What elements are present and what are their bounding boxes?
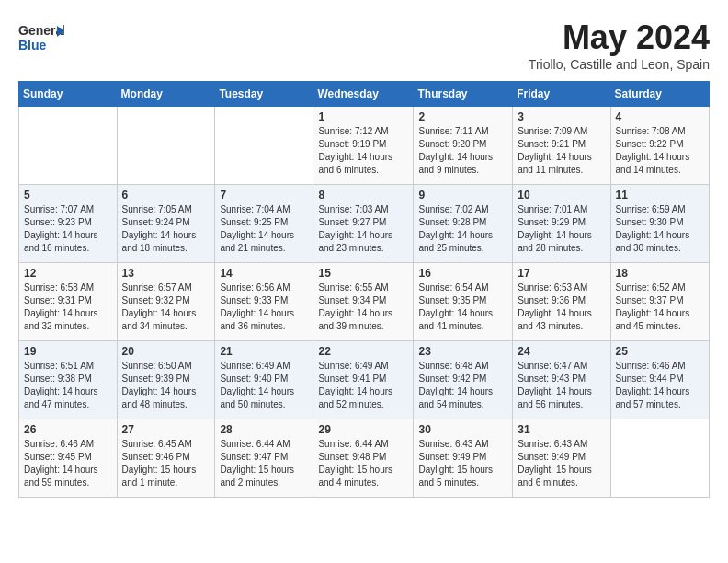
day-info: Sunrise: 6:46 AMSunset: 9:44 PMDaylight:… [616, 360, 704, 411]
day-of-week-header: Sunday [19, 82, 118, 107]
day-info: Sunrise: 6:45 AMSunset: 9:46 PMDaylight:… [122, 438, 210, 489]
day-info: Sunrise: 6:46 AMSunset: 9:45 PMDaylight:… [24, 438, 112, 489]
day-number: 16 [418, 267, 507, 280]
calendar-table: SundayMondayTuesdayWednesdayThursdayFrid… [18, 81, 710, 498]
day-info: Sunrise: 7:02 AMSunset: 9:28 PMDaylight:… [418, 203, 507, 255]
day-number: 30 [418, 423, 507, 436]
svg-text:Blue: Blue [18, 38, 47, 52]
day-info: Sunrise: 6:43 AMSunset: 9:49 PMDaylight:… [418, 438, 507, 489]
day-info: Sunrise: 6:56 AMSunset: 9:33 PMDaylight:… [220, 282, 308, 333]
calendar-cell: 25Sunrise: 6:46 AMSunset: 9:44 PMDayligh… [610, 341, 709, 419]
day-number: 14 [220, 267, 308, 280]
calendar-cell: 15Sunrise: 6:55 AMSunset: 9:34 PMDayligh… [313, 263, 414, 341]
day-number: 2 [418, 110, 507, 123]
calendar-week-row: 5Sunrise: 7:07 AMSunset: 9:23 PMDaylight… [19, 185, 710, 263]
day-number: 20 [122, 345, 210, 358]
day-number: 23 [418, 345, 507, 358]
calendar-cell: 30Sunrise: 6:43 AMSunset: 9:49 PMDayligh… [414, 419, 513, 498]
day-number: 11 [616, 189, 704, 201]
day-info: Sunrise: 7:01 AMSunset: 9:29 PMDaylight:… [518, 203, 605, 255]
calendar-cell: 14Sunrise: 6:56 AMSunset: 9:33 PMDayligh… [215, 263, 313, 341]
day-number: 28 [220, 423, 308, 436]
day-info: Sunrise: 7:09 AMSunset: 9:21 PMDaylight:… [518, 125, 605, 177]
day-info: Sunrise: 6:59 AMSunset: 9:30 PMDaylight:… [616, 203, 704, 255]
calendar-cell: 28Sunrise: 6:44 AMSunset: 9:47 PMDayligh… [215, 419, 313, 498]
day-number: 26 [24, 423, 112, 436]
calendar-cell: 4Sunrise: 7:08 AMSunset: 9:22 PMDaylight… [610, 107, 709, 185]
day-number: 27 [122, 423, 210, 436]
day-number: 18 [616, 267, 704, 280]
day-info: Sunrise: 7:08 AMSunset: 9:22 PMDaylight:… [616, 125, 704, 177]
day-info: Sunrise: 6:48 AMSunset: 9:42 PMDaylight:… [418, 360, 507, 411]
day-number: 15 [318, 267, 408, 280]
day-number: 5 [24, 189, 112, 201]
logo: General Blue [18, 18, 64, 59]
calendar-cell: 8Sunrise: 7:03 AMSunset: 9:27 PMDaylight… [313, 185, 414, 263]
calendar-cell: 12Sunrise: 6:58 AMSunset: 9:31 PMDayligh… [19, 263, 118, 341]
calendar-week-row: 1Sunrise: 7:12 AMSunset: 9:19 PMDaylight… [19, 107, 710, 185]
calendar-cell: 21Sunrise: 6:49 AMSunset: 9:40 PMDayligh… [215, 341, 313, 419]
day-info: Sunrise: 6:43 AMSunset: 9:49 PMDaylight:… [518, 438, 605, 489]
day-number: 29 [318, 423, 408, 436]
day-of-week-header: Monday [117, 82, 215, 107]
day-info: Sunrise: 7:03 AMSunset: 9:27 PMDaylight:… [318, 203, 408, 255]
day-info: Sunrise: 6:47 AMSunset: 9:43 PMDaylight:… [518, 360, 605, 411]
day-info: Sunrise: 7:04 AMSunset: 9:25 PMDaylight:… [220, 203, 308, 255]
day-of-week-header: Tuesday [215, 82, 313, 107]
calendar-cell: 29Sunrise: 6:44 AMSunset: 9:48 PMDayligh… [313, 419, 414, 498]
page-header: General Blue May 2024 Triollo, Castille … [18, 18, 710, 72]
calendar-cell: 22Sunrise: 6:49 AMSunset: 9:41 PMDayligh… [313, 341, 414, 419]
month-year-title: May 2024 [529, 18, 710, 57]
day-info: Sunrise: 6:44 AMSunset: 9:48 PMDaylight:… [318, 438, 408, 489]
day-number: 7 [220, 189, 308, 201]
day-number: 13 [122, 267, 210, 280]
day-info: Sunrise: 7:12 AMSunset: 9:19 PMDaylight:… [318, 125, 408, 177]
calendar-cell: 6Sunrise: 7:05 AMSunset: 9:24 PMDaylight… [117, 185, 215, 263]
calendar-week-row: 12Sunrise: 6:58 AMSunset: 9:31 PMDayligh… [19, 263, 710, 341]
calendar-week-row: 26Sunrise: 6:46 AMSunset: 9:45 PMDayligh… [19, 419, 710, 498]
day-number: 8 [318, 189, 408, 201]
calendar-cell: 19Sunrise: 6:51 AMSunset: 9:38 PMDayligh… [19, 341, 118, 419]
calendar-cell: 5Sunrise: 7:07 AMSunset: 9:23 PMDaylight… [19, 185, 118, 263]
calendar-cell: 3Sunrise: 7:09 AMSunset: 9:21 PMDaylight… [513, 107, 610, 185]
calendar-cell: 1Sunrise: 7:12 AMSunset: 9:19 PMDaylight… [313, 107, 414, 185]
title-area: May 2024 Triollo, Castille and Leon, Spa… [529, 18, 710, 72]
day-number: 9 [418, 189, 507, 201]
calendar-cell [117, 107, 215, 185]
calendar-cell [215, 107, 313, 185]
day-of-week-header: Saturday [610, 82, 709, 107]
calendar-cell: 24Sunrise: 6:47 AMSunset: 9:43 PMDayligh… [513, 341, 610, 419]
calendar-cell: 16Sunrise: 6:54 AMSunset: 9:35 PMDayligh… [414, 263, 513, 341]
location-subtitle: Triollo, Castille and Leon, Spain [529, 57, 710, 72]
day-number: 22 [318, 345, 408, 358]
day-number: 31 [518, 423, 605, 436]
day-number: 25 [616, 345, 704, 358]
day-info: Sunrise: 6:53 AMSunset: 9:36 PMDaylight:… [518, 282, 605, 333]
day-info: Sunrise: 6:52 AMSunset: 9:37 PMDaylight:… [616, 282, 704, 333]
calendar-cell: 20Sunrise: 6:50 AMSunset: 9:39 PMDayligh… [117, 341, 215, 419]
calendar-cell [19, 107, 118, 185]
day-number: 6 [122, 189, 210, 201]
day-info: Sunrise: 6:50 AMSunset: 9:39 PMDaylight:… [122, 360, 210, 411]
day-info: Sunrise: 6:54 AMSunset: 9:35 PMDaylight:… [418, 282, 507, 333]
day-number: 19 [24, 345, 112, 358]
day-info: Sunrise: 6:57 AMSunset: 9:32 PMDaylight:… [122, 282, 210, 333]
day-info: Sunrise: 7:11 AMSunset: 9:20 PMDaylight:… [418, 125, 507, 177]
calendar-cell: 26Sunrise: 6:46 AMSunset: 9:45 PMDayligh… [19, 419, 118, 498]
day-info: Sunrise: 6:44 AMSunset: 9:47 PMDaylight:… [220, 438, 308, 489]
day-number: 1 [318, 110, 408, 123]
day-number: 4 [616, 110, 704, 123]
day-number: 10 [518, 189, 605, 201]
logo-image: General Blue [18, 18, 64, 59]
calendar-cell: 11Sunrise: 6:59 AMSunset: 9:30 PMDayligh… [610, 185, 709, 263]
calendar-cell: 9Sunrise: 7:02 AMSunset: 9:28 PMDaylight… [414, 185, 513, 263]
calendar-cell: 31Sunrise: 6:43 AMSunset: 9:49 PMDayligh… [513, 419, 610, 498]
day-info: Sunrise: 6:55 AMSunset: 9:34 PMDaylight:… [318, 282, 408, 333]
calendar-cell: 7Sunrise: 7:04 AMSunset: 9:25 PMDaylight… [215, 185, 313, 263]
day-of-week-header: Wednesday [313, 82, 414, 107]
day-info: Sunrise: 6:49 AMSunset: 9:40 PMDaylight:… [220, 360, 308, 411]
day-info: Sunrise: 7:05 AMSunset: 9:24 PMDaylight:… [122, 203, 210, 255]
day-info: Sunrise: 6:58 AMSunset: 9:31 PMDaylight:… [24, 282, 112, 333]
calendar-cell: 13Sunrise: 6:57 AMSunset: 9:32 PMDayligh… [117, 263, 215, 341]
calendar-header-row: SundayMondayTuesdayWednesdayThursdayFrid… [19, 82, 710, 107]
